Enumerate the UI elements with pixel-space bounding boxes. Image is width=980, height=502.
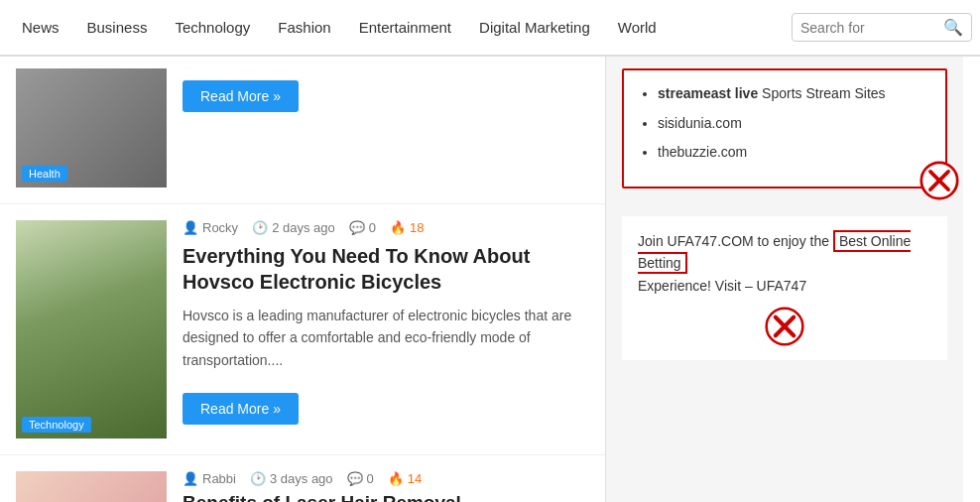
bottom-time-label: 🕑 3 days ago [250, 471, 333, 486]
close-icon-2[interactable] [765, 307, 804, 346]
user-icon-bottom: 👤 [183, 471, 198, 486]
sidebar: streameast live Sports Stream Sites sisi… [606, 57, 963, 502]
search-icon[interactable]: 🔍 [943, 18, 963, 37]
article-bottom: 👤 Rabbi 🕑 3 days ago 💬 0 🔥 14 [0, 455, 605, 502]
ad-box-1: streameast live Sports Stream Sites sisi… [622, 68, 947, 188]
ad-list-item-1: streameast live Sports Stream Sites [658, 84, 929, 104]
comments-count: 0 [369, 220, 376, 235]
ad-item-1-text: Sports Stream Sites [762, 85, 886, 101]
clock-icon: 🕑 [252, 220, 268, 235]
author-label: 👤 Rocky [183, 220, 238, 235]
article-bottom-thumbnail [16, 471, 167, 502]
time-value: 2 days ago [272, 220, 335, 235]
search-box: 🔍 [792, 13, 972, 42]
comment-icon: 💬 [349, 220, 365, 235]
comment-icon-bottom: 💬 [347, 471, 363, 486]
article-main-title: Everything You Need To Know About Hovsco… [183, 243, 589, 295]
nav-items: News Business Technology Fashion Enterta… [8, 0, 792, 56]
article-top-body: Read More » [183, 68, 589, 112]
nav-item-business[interactable]: Business [73, 0, 162, 56]
bottom-time-value: 3 days ago [270, 471, 333, 486]
main-nav: News Business Technology Fashion Enterta… [0, 0, 980, 56]
ad-list-item-2: sisidunia.com [658, 114, 929, 134]
bottom-author-label: 👤 Rabbi [183, 471, 236, 486]
article-bottom-meta: 👤 Rabbi 🕑 3 days ago 💬 0 🔥 14 [183, 471, 589, 486]
bottom-author-name: Rabbi [202, 471, 236, 486]
read-more-button-top[interactable]: Read More » [183, 80, 299, 112]
time-label: 🕑 2 days ago [252, 220, 335, 235]
fire-label: 🔥 18 [390, 220, 424, 235]
close-icon-1[interactable] [919, 161, 959, 200]
user-icon: 👤 [183, 220, 198, 235]
technology-tag: Technology [22, 417, 91, 433]
ad-item-2-text: sisidunia.com [658, 115, 742, 131]
fire-icon: 🔥 [390, 220, 406, 235]
ad-list-1: streameast live Sports Stream Sites sisi… [640, 84, 929, 163]
bike-thumbnail-image [16, 220, 167, 439]
bottom-comments-count: 0 [367, 471, 374, 486]
nav-item-news[interactable]: News [8, 0, 73, 56]
search-input[interactable] [800, 20, 939, 36]
article-main-excerpt: Hovsco is a leading manufacturer of elec… [183, 305, 589, 371]
comments-label: 💬 0 [349, 220, 376, 235]
bottom-fire-label: 🔥 14 [388, 471, 422, 486]
bottom-comments-label: 💬 0 [347, 471, 374, 486]
ad2-text-before: Join UFA747.COM to enjoy the [638, 233, 829, 249]
ad2-text-after: Experience! Visit – UFA747 [638, 278, 806, 294]
ad-list-item-3: thebuzzie.com [658, 143, 929, 163]
read-more-button-main[interactable]: Read More » [183, 393, 299, 425]
article-top: Health Read More » [0, 57, 605, 204]
nav-item-world[interactable]: World [604, 0, 671, 56]
article-main-thumbnail: Technology [16, 220, 167, 439]
article-main: Technology 👤 Rocky 🕑 2 days ago 💬 0 [0, 204, 605, 455]
article-meta: 👤 Rocky 🕑 2 days ago 💬 0 🔥 18 [183, 220, 589, 235]
article-bottom-body: 👤 Rabbi 🕑 3 days ago 💬 0 🔥 14 [183, 471, 589, 502]
nav-item-fashion[interactable]: Fashion [264, 0, 344, 56]
ad-box-2: Join UFA747.COM to enjoy the Best Online… [622, 216, 947, 360]
author-name: Rocky [202, 220, 238, 235]
nav-item-technology[interactable]: Technology [161, 0, 264, 56]
clock-icon-bottom: 🕑 [250, 471, 266, 486]
nav-item-digital-marketing[interactable]: Digital Marketing [465, 0, 604, 56]
nav-item-entertainment[interactable]: Entertainment [345, 0, 465, 56]
article-main-body: 👤 Rocky 🕑 2 days ago 💬 0 🔥 18 [183, 220, 589, 439]
content-area: Health Read More » Technology 👤 Rocky [0, 56, 980, 502]
article-bottom-title: Benefits of Laser Hair Removal [183, 492, 589, 502]
ad-item-1-bold: streameast live [658, 85, 758, 101]
fire-count: 18 [410, 220, 424, 235]
article-top-thumbnail: Health [16, 68, 167, 188]
fire-icon-bottom: 🔥 [388, 471, 404, 486]
ad-item-3-text: thebuzzie.com [658, 144, 747, 160]
articles-list: Health Read More » Technology 👤 Rocky [0, 57, 605, 502]
bottom-fire-count: 14 [408, 471, 422, 486]
health-tag: Health [22, 166, 67, 182]
